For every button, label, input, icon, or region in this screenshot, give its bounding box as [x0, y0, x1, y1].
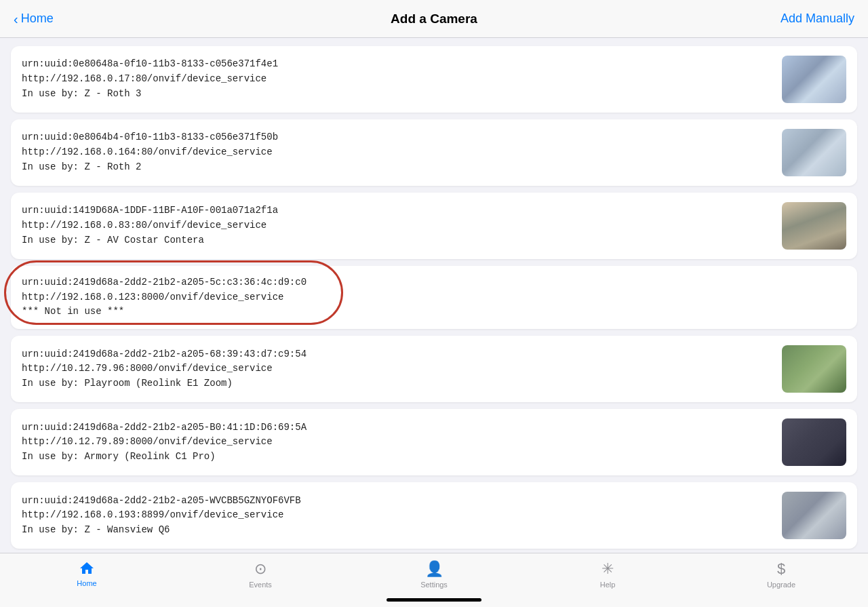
camera-line1: urn:uuid:2419d68a-2dd2-21b2-a205-5c:c3:3…	[22, 275, 846, 290]
camera-line2: http://192.168.0.164:80/onvif/device_ser…	[22, 145, 774, 160]
camera-info: urn:uuid:2419d68a-2dd2-21b2-a205-B0:41:1…	[22, 420, 774, 465]
camera-info: urn:uuid:2419d68a-2dd2-21b2-a205-WVCBB5G…	[22, 494, 774, 538]
tab-settings[interactable]: 👤 Settings	[347, 560, 521, 589]
back-label: Home	[21, 12, 54, 26]
tab-bar: Home ⊙ Events 👤 Settings ✳ Help $ Upgrad…	[0, 553, 868, 607]
camera-info: urn:uuid:0e80648a-0f10-11b3-8133-c056e37…	[22, 57, 774, 101]
camera-line2: http://192.168.0.193:8899/onvif/device_s…	[22, 508, 774, 523]
camera-line2: http://192.168.0.83:80/onvif/device_serv…	[22, 218, 774, 233]
camera-line3: In use by: Z - Wansview Q6	[22, 523, 774, 538]
camera-thumbnail	[782, 492, 846, 539]
camera-list: urn:uuid:0e80648a-0f10-11b3-8133-c056e37…	[0, 38, 868, 553]
camera-line2: http://10.12.79.89:8000/onvif/device_ser…	[22, 435, 774, 450]
camera-line1: urn:uuid:2419d68a-2dd2-21b2-a205-B0:41:1…	[22, 420, 774, 435]
camera-line1: urn:uuid:2419d68a-2dd2-21b2-a205-WVCBB5G…	[22, 494, 774, 509]
camera-line3: In use by: Z - Roth 2	[22, 160, 774, 175]
camera-line2: http://192.168.0.123:8000/onvif/device_s…	[22, 290, 846, 305]
tab-help-label: Help	[600, 581, 616, 589]
add-manually-button[interactable]: Add Manually	[781, 12, 854, 26]
events-icon: ⊙	[254, 560, 267, 578]
camera-line1: urn:uuid:2419d68a-2dd2-21b2-a205-68:39:4…	[22, 347, 774, 362]
camera-item[interactable]: urn:uuid:2419d68a-2dd2-21b2-a205-68:39:4…	[11, 336, 857, 402]
tab-events[interactable]: ⊙ Events	[174, 560, 347, 589]
camera-line3: In use by: Playroom (Reolink E1 Zoom)	[22, 376, 774, 391]
header: ‹ Home Add a Camera Add Manually	[0, 0, 868, 38]
page-title: Add a Camera	[391, 12, 477, 26]
upgrade-icon: $	[777, 560, 785, 578]
camera-info: urn:uuid:2419d68a-2dd2-21b2-a205-68:39:4…	[22, 347, 774, 391]
back-button[interactable]: ‹ Home	[14, 12, 54, 26]
camera-info: urn:uuid:0e8064b4-0f10-11b3-8133-c056e37…	[22, 130, 774, 174]
camera-item[interactable]: urn:uuid:2419d68a-2dd2-21b2-a205-5c:c3:3…	[11, 266, 857, 329]
camera-item[interactable]: urn:uuid:2419d68a-2dd2-21b2-a205-WVCBB5G…	[11, 482, 857, 549]
camera-info: urn:uuid:1419D68A-1DDF-11BF-A10F-001a071…	[22, 203, 774, 248]
camera-item[interactable]: urn:uuid:2419d68a-2dd2-21b2-a205-B0:41:1…	[11, 409, 857, 475]
settings-icon: 👤	[425, 560, 443, 578]
camera-thumbnail	[782, 202, 846, 250]
camera-line3: *** Not in use ***	[22, 305, 846, 319]
camera-line1: urn:uuid:0e80648a-0f10-11b3-8133-c056e37…	[22, 57, 774, 72]
camera-item[interactable]: urn:uuid:1419D68A-1DDF-11BF-A10F-001a071…	[11, 193, 857, 259]
home-indicator	[387, 598, 481, 602]
tab-upgrade[interactable]: $ Upgrade	[694, 560, 868, 589]
camera-line2: http://10.12.79.96:8000/onvif/device_ser…	[22, 361, 774, 376]
help-icon: ✳	[601, 560, 614, 578]
tab-home[interactable]: Home	[0, 560, 174, 587]
camera-item[interactable]: urn:uuid:0e8064b4-0f10-11b3-8133-c056e37…	[11, 119, 857, 186]
tab-upgrade-label: Upgrade	[767, 581, 795, 589]
camera-thumbnail	[782, 129, 846, 176]
home-icon	[79, 560, 95, 576]
camera-line1: urn:uuid:1419D68A-1DDF-11BF-A10F-001a071…	[22, 203, 774, 218]
camera-thumbnail	[782, 56, 846, 103]
tab-events-label: Events	[249, 581, 272, 589]
camera-thumbnail	[782, 345, 846, 393]
tab-home-label: Home	[77, 579, 96, 587]
camera-line3: In use by: Z - Roth 3	[22, 87, 774, 102]
tab-help[interactable]: ✳ Help	[521, 560, 694, 589]
chevron-left-icon: ‹	[14, 12, 18, 26]
camera-info: urn:uuid:2419d68a-2dd2-21b2-a205-5c:c3:3…	[22, 275, 846, 319]
camera-line2: http://192.168.0.17:80/onvif/device_serv…	[22, 72, 774, 87]
tab-settings-label: Settings	[420, 581, 448, 589]
camera-line3: In use by: Armory (Reolink C1 Pro)	[22, 450, 774, 465]
camera-line1: urn:uuid:0e8064b4-0f10-11b3-8133-c056e37…	[22, 130, 774, 145]
camera-thumbnail	[782, 418, 846, 466]
camera-item[interactable]: urn:uuid:0e80648a-0f10-11b3-8133-c056e37…	[11, 46, 857, 113]
camera-line3: In use by: Z - AV Costar Contera	[22, 233, 774, 248]
